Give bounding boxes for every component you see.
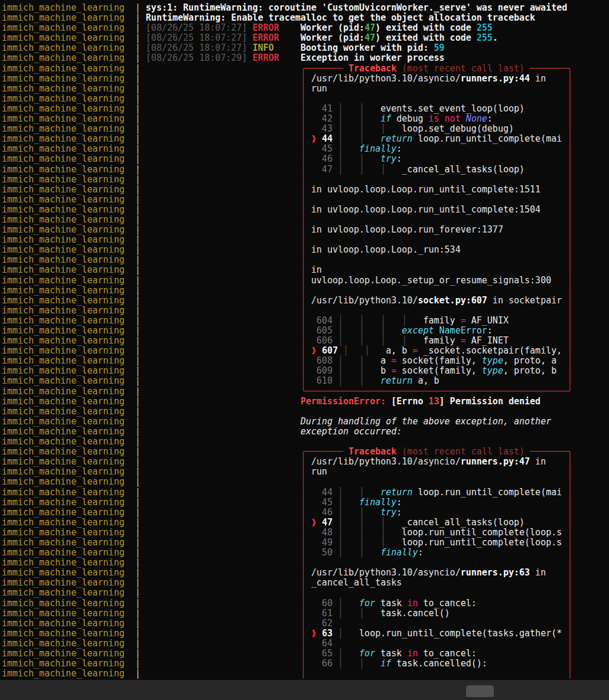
service-name-label: immich_machine_learning [2, 244, 125, 255]
log-separator: | [125, 184, 146, 195]
terminal-line: immich_machine_learning | During handlin… [2, 417, 609, 427]
log-content: │ in uvloop.loop.Loop.run_forever:1377 │ [146, 224, 572, 235]
terminal-line: immich_machine_learning | │ │ [2, 255, 609, 265]
log-separator: | [125, 113, 146, 124]
service-name-label: immich_machine_learning [2, 375, 125, 386]
terminal-line: immich_machine_learning | ╰─────────────… [2, 387, 609, 397]
log-separator: | [125, 164, 146, 175]
service-name-label: immich_machine_learning [2, 63, 125, 74]
log-content: │ │ [146, 93, 572, 104]
log-content: │ │ [146, 194, 572, 205]
terminal-line: immich_machine_learning | │ run │ [2, 84, 609, 94]
log-separator: | [125, 456, 146, 467]
service-name-label: immich_machine_learning [2, 406, 125, 417]
log-content: │ 45 │ finally: │ [146, 143, 573, 154]
terminal-line: immich_machine_learning | │ 66 │ │ if ta… [2, 659, 609, 669]
terminal-line: immich_machine_learning | ╭─────── Trace… [2, 64, 609, 74]
log-content: │ 605 │ │ │ except NameError: │ [146, 325, 573, 336]
terminal-line: immich_machine_learning | │ /usr/lib/pyt… [2, 568, 609, 578]
log-separator: | [125, 103, 146, 114]
service-name-label: immich_machine_learning [2, 497, 125, 508]
log-separator: | [125, 224, 146, 235]
service-name-label: immich_machine_learning [2, 487, 125, 498]
terminal-line: immich_machine_learning | │ │ [2, 669, 609, 679]
terminal-line: immich_machine_learning | [08/26/25 18:0… [2, 53, 609, 63]
service-name-label: immich_machine_learning [2, 2, 125, 13]
log-content: [08/26/25 18:07:29] ERROR Exception in w… [146, 53, 445, 63]
service-name-label: immich_machine_learning [2, 214, 125, 225]
terminal-line: immich_machine_learning | │ 60 │ for tas… [2, 598, 609, 609]
log-separator: | [125, 628, 146, 639]
scrollbar-thumb[interactable] [466, 685, 494, 697]
service-name-label: immich_machine_learning [2, 547, 125, 558]
log-content: │ /usr/lib/python3.10/asyncio/runners.py… [146, 73, 573, 84]
log-content: │ │ [146, 587, 572, 598]
log-content: │ in uvloop.loop.Loop._run:534 │ [146, 244, 573, 255]
service-name-label: immich_machine_learning [2, 93, 125, 104]
terminal-line: immich_machine_learning | [2, 407, 609, 417]
service-name-label: immich_machine_learning [2, 618, 125, 629]
log-separator: | [125, 648, 146, 659]
log-content: │ │ [146, 285, 572, 296]
service-name-label: immich_machine_learning [2, 194, 125, 205]
service-name-label: immich_machine_learning [2, 335, 125, 346]
service-name-label: immich_machine_learning [2, 446, 125, 457]
service-name-label: immich_machine_learning [2, 507, 125, 518]
service-name-label: immich_machine_learning [2, 285, 125, 296]
log-separator: | [125, 517, 146, 528]
log-content: │ 609 │ │ b = socket(family, type, proto… [146, 365, 573, 376]
service-name-label: immich_machine_learning [2, 386, 125, 397]
service-name-label: immich_machine_learning [2, 103, 125, 114]
service-name-label: immich_machine_learning [2, 12, 125, 23]
log-content: │ in uvloop.loop.Loop.run_until_complete… [146, 184, 572, 195]
terminal-line: immich_machine_learning | │ 64 │ [2, 639, 609, 649]
log-separator: | [125, 22, 146, 33]
service-name-label: immich_machine_learning [2, 22, 125, 33]
terminal-line: immich_machine_learning | [2, 437, 609, 447]
terminal-line: immich_machine_learning | │ │ [2, 235, 609, 245]
terminal-line: immich_machine_learning | │ 604 │ │ │ │ … [2, 316, 609, 326]
log-separator: | [125, 2, 146, 13]
log-content: │ 608 │ │ a = socket(family, type, proto… [146, 355, 573, 366]
service-name-label: immich_machine_learning [2, 587, 125, 598]
log-content: │ 610 │ │ return a, b │ [146, 375, 573, 386]
log-content: │ 61 │ │ task.cancel() │ [146, 608, 573, 619]
log-content: │ run │ [146, 466, 572, 477]
log-content: RuntimeWarning: Enable tracemalloc to ge… [146, 12, 535, 23]
terminal-line: immich_machine_learning | │ │ [2, 94, 609, 104]
service-name-label: immich_machine_learning [2, 527, 125, 538]
log-separator: | [125, 325, 146, 336]
service-name-label: immich_machine_learning [2, 305, 125, 316]
terminal-line: immich_machine_learning | PermissionErro… [2, 397, 609, 407]
log-content: │ uvloop.loop.Loop._setup_or_resume_sign… [146, 275, 572, 286]
log-separator: | [125, 365, 146, 376]
service-name-label: immich_machine_learning [2, 143, 125, 154]
log-separator: | [125, 608, 146, 619]
log-separator: | [125, 416, 146, 427]
terminal-line: immich_machine_learning | │ /usr/lib/pyt… [2, 457, 609, 467]
log-separator: | [125, 295, 146, 306]
terminal-line: immich_machine_learning | │ in │ [2, 265, 609, 275]
terminal-line: immich_machine_learning | │ │ [2, 306, 609, 316]
log-separator: | [125, 53, 146, 63]
terminal-line: immich_machine_learning | │ 44 │ │ retur… [2, 488, 609, 498]
log-content: │ in uvloop.loop.Loop.run_until_complete… [146, 204, 572, 215]
service-name-label: immich_machine_learning [2, 608, 125, 619]
log-content: │ 46 │ │ try: │ [146, 153, 573, 164]
log-separator: | [125, 487, 146, 498]
terminal-line: immich_machine_learning | │ /usr/lib/pyt… [2, 74, 609, 84]
service-name-label: immich_machine_learning [2, 456, 125, 467]
log-separator: | [125, 32, 146, 43]
log-content: │ 62 │ [146, 618, 572, 629]
terminal-line: immich_machine_learning | exception occu… [2, 427, 609, 437]
terminal-line: immich_machine_learning | │ 49 │ │ │ loo… [2, 538, 609, 548]
log-separator: | [125, 557, 146, 568]
log-separator: | [125, 476, 146, 487]
terminal-line: immich_machine_learning | sys:1: Runtime… [2, 3, 609, 13]
log-content: │ ❱ 607 │ │ a, b = _socket.socketpair(fa… [146, 345, 573, 356]
service-name-label: immich_machine_learning [2, 567, 125, 578]
log-separator: | [125, 275, 146, 286]
log-content: [08/26/25 18:07:27] ERROR Worker (pid:47… [146, 32, 498, 43]
log-content: │ │ [146, 668, 572, 679]
terminal-line: immich_machine_learning | │ in uvloop.lo… [2, 205, 609, 215]
